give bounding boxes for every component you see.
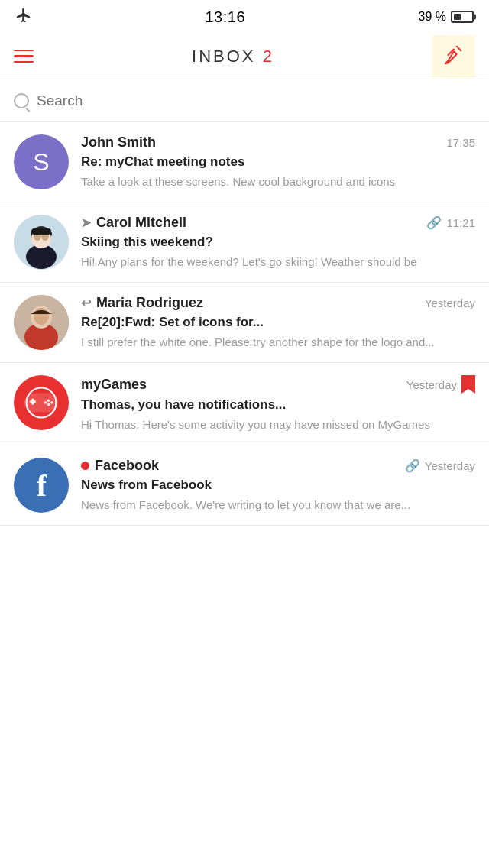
email-sender: Facebook [81, 458, 159, 474]
inbox-badge: 2 [263, 47, 274, 66]
status-left [15, 7, 32, 27]
inbox-label: INBOX [192, 47, 255, 66]
email-content: John Smith 17:35 Re: myChat meeting note… [81, 134, 475, 189]
email-time: Yesterday [425, 459, 475, 472]
email-item[interactable]: myGames Yesterday Thomas, you have notif… [0, 363, 489, 445]
reply-arrow-icon: ↩ [81, 296, 91, 310]
avatar [14, 215, 69, 270]
email-time: 11:21 [446, 216, 475, 229]
email-item[interactable]: S John Smith 17:35 Re: myChat meeting no… [0, 122, 489, 202]
email-preview: News from Facebook. We're writing to let… [81, 497, 475, 513]
header-title: INBOX 2 [192, 47, 274, 66]
battery-percent: 39 % [419, 10, 446, 24]
svg-rect-15 [32, 398, 34, 404]
hamburger-line-2 [14, 55, 34, 57]
search-icon [14, 93, 29, 108]
email-item[interactable]: ➤ Carol Mitchell 🔗 11:21 Skiing this wee… [0, 202, 489, 283]
email-subject: Re[20]:Fwd: Set of icons for... [81, 315, 475, 330]
compose-button[interactable] [432, 35, 475, 78]
email-subject: Re: myChat meeting notes [81, 154, 475, 170]
svg-point-19 [44, 401, 47, 403]
email-time: Yesterday [406, 378, 457, 391]
menu-button[interactable] [14, 50, 34, 63]
email-header: myGames Yesterday [81, 375, 475, 394]
airplane-icon [15, 7, 32, 27]
email-header: ↩ Maria Rodriguez Yesterday [81, 295, 475, 311]
bookmark-icon [461, 375, 475, 394]
search-input[interactable] [37, 92, 475, 109]
email-content: ➤ Carol Mitchell 🔗 11:21 Skiing this wee… [81, 215, 475, 270]
email-preview: I still prefer the white one. Please try… [81, 334, 475, 350]
email-subject: Thomas, you have notifications... [81, 397, 475, 413]
email-sender: myGames [81, 377, 147, 393]
compose-icon [442, 44, 465, 70]
email-preview: Take a look at these screens. New cool b… [81, 173, 475, 189]
email-subject: News from Facebook [81, 478, 475, 493]
svg-point-16 [47, 399, 50, 401]
email-meta: 17:35 [446, 136, 475, 149]
battery-icon [451, 11, 474, 23]
avatar [14, 295, 69, 350]
email-meta: 🔗 Yesterday [405, 458, 475, 473]
email-meta: 🔗 11:21 [426, 215, 475, 230]
email-header: Facebook 🔗 Yesterday [81, 458, 475, 474]
status-time: 13:16 [205, 8, 245, 26]
email-content: Facebook 🔗 Yesterday News from Facebook … [81, 458, 475, 513]
email-item[interactable]: f Facebook 🔗 Yesterday News from Faceboo… [0, 445, 489, 526]
email-subject: Skiing this weekend? [81, 235, 475, 250]
email-sender: ➤ Carol Mitchell [81, 215, 186, 231]
forward-arrow-icon: ➤ [81, 215, 91, 230]
email-meta: Yesterday [406, 375, 475, 394]
status-right: 39 % [419, 10, 474, 24]
email-content: ↩ Maria Rodriguez Yesterday Re[20]:Fwd: … [81, 295, 475, 350]
attachment-icon: 🔗 [426, 215, 442, 230]
hamburger-line-1 [14, 50, 34, 52]
email-content: myGames Yesterday Thomas, you have notif… [81, 375, 475, 432]
battery-fill [454, 14, 461, 20]
attachment-icon: 🔗 [405, 458, 420, 473]
avatar: f [14, 458, 69, 513]
unread-dot [81, 462, 89, 470]
svg-point-17 [50, 401, 53, 403]
email-sender: John Smith [81, 134, 156, 151]
svg-rect-7 [31, 228, 51, 235]
email-preview: Hi! Any plans for the weekend? Let's go … [81, 254, 475, 270]
email-list: S John Smith 17:35 Re: myChat meeting no… [0, 122, 489, 526]
search-bar [0, 79, 489, 122]
email-sender: ↩ Maria Rodriguez [81, 295, 203, 311]
email-header: John Smith 17:35 [81, 134, 475, 151]
status-bar: 13:16 39 % [0, 0, 489, 34]
hamburger-line-3 [14, 61, 34, 63]
email-item[interactable]: ↩ Maria Rodriguez Yesterday Re[20]:Fwd: … [0, 283, 489, 363]
email-header: ➤ Carol Mitchell 🔗 11:21 [81, 215, 475, 231]
header: INBOX 2 [0, 34, 489, 79]
email-meta: Yesterday [425, 296, 475, 309]
avatar: S [14, 134, 69, 189]
avatar [14, 375, 69, 430]
email-time: Yesterday [425, 296, 475, 309]
email-preview: Hi Thomas, Here's some activity you may … [81, 416, 475, 432]
svg-point-18 [47, 403, 50, 406]
email-time: 17:35 [446, 136, 475, 149]
